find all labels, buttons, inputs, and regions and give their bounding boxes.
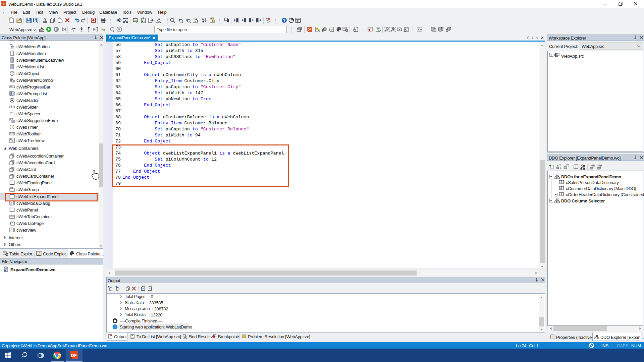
svg-text:a: a [202,17,204,20]
svg-text:ab: ab [11,187,13,189]
svg-text:?: ? [283,18,285,22]
svg-text:DF: DF [71,353,77,358]
svg-text:DF: DF [308,28,311,31]
svg-text:DF: DF [2,2,6,6]
svg-text:#: # [103,28,106,32]
svg-text:m: m [559,188,561,190]
svg-text:m: m [565,166,567,169]
